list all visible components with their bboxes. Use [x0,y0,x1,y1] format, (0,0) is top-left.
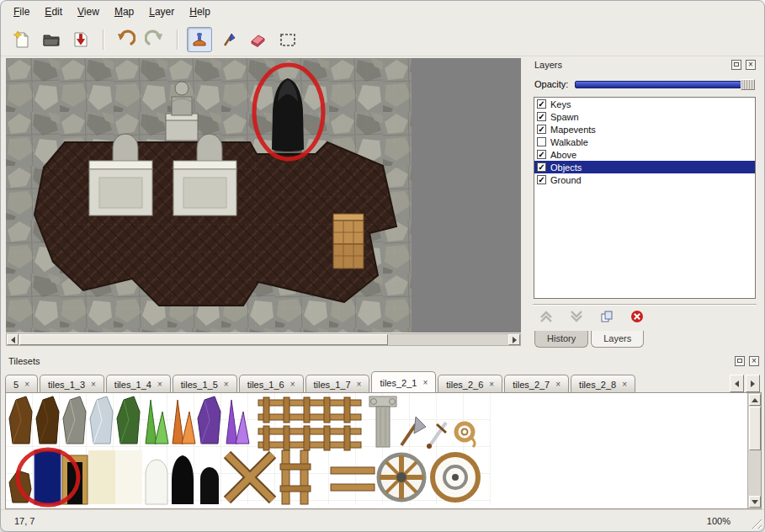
float-panel-icon[interactable] [735,356,745,366]
tileset-tabs: 5 tiles_1_3 tiles_1_4 tiles_1_5 tiles_1_… [5,370,726,393]
undo-button[interactable] [113,27,138,52]
scroll-left-button[interactable] [7,334,19,345]
tileset-tab[interactable]: tiles_1_6 [239,375,304,393]
tab-close-icon[interactable] [91,380,96,389]
save-icon [71,29,91,50]
opacity-slider[interactable] [575,79,755,90]
tileset-tab[interactable]: tiles_1_7 [305,375,370,393]
layer-row-spawn[interactable]: ✓ Spawn [534,110,755,123]
eraser-tool-button[interactable] [246,27,271,52]
layer-name: Keys [550,99,571,109]
opacity-label: Opacity: [534,79,568,89]
scrollbar-thumb[interactable] [749,407,761,450]
open-folder-icon [41,29,61,50]
tab-layers[interactable]: Layers [591,331,644,348]
crate-sprite [333,214,364,269]
layer-row-objects[interactable]: ✓ Objects [534,161,755,173]
tileset-tab[interactable]: tiles_1_3 [40,375,104,393]
scroll-up-button[interactable] [749,394,761,406]
scroll-down-button[interactable] [749,496,761,508]
selected-tile[interactable] [35,450,61,504]
map-canvas[interactable] [6,58,521,332]
menu-map[interactable]: Map [107,3,141,21]
close-panel-icon[interactable] [749,356,759,366]
tab-close-icon[interactable] [357,380,362,389]
tileset-tab[interactable]: tiles_2_6 [438,375,502,393]
layer-row-above[interactable]: ✓ Above [534,148,755,161]
scrollbar-thumb[interactable] [19,334,388,345]
save-button[interactable] [68,27,93,52]
tab-close-icon[interactable] [622,380,627,389]
layer-row-ground[interactable]: ✓ Ground [534,173,755,186]
tab-history[interactable]: History [534,331,588,348]
tabs-scroll-left-button[interactable] [730,375,744,392]
float-panel-icon[interactable] [731,60,741,70]
menu-help[interactable]: Help [182,3,218,21]
tileset-tab[interactable]: tiles_1_5 [173,375,237,393]
stamp-tool-icon [189,29,210,50]
menu-view[interactable]: View [70,3,107,21]
layer-row-walkable[interactable]: Walkable [534,136,755,148]
tab-close-icon[interactable] [422,378,428,387]
layer-checkbox[interactable]: ✓ [537,175,546,184]
layer-checkbox[interactable]: ✓ [537,112,546,121]
left-arrow-icon [735,380,739,387]
menu-file[interactable]: File [6,3,37,21]
tab-close-icon[interactable] [555,380,560,389]
tabs-scroll-right-button[interactable] [746,375,760,392]
select-tool-button[interactable] [275,27,300,52]
resize-grip[interactable] [749,516,762,529]
redo-button[interactable] [142,27,167,52]
layer-row-mapevents[interactable]: ✓ Mapevents [534,123,755,136]
toolbar [1,23,764,56]
duplicate-layer-button[interactable] [597,309,617,324]
tileset-tab-active[interactable]: tiles_2_1 [371,371,436,393]
layer-row-keys[interactable]: ✓ Keys [534,98,755,110]
layer-buttons [536,309,647,324]
tileset-tab[interactable]: tiles_2_7 [504,375,569,393]
layer-checkbox[interactable] [537,137,546,146]
new-file-button[interactable] [9,27,35,52]
map-horizontal-scrollbar[interactable] [6,333,521,346]
new-file-icon [12,29,32,50]
layer-checkbox[interactable]: ✓ [537,99,546,109]
down-arrow-icon [752,500,758,504]
layer-move-down-button[interactable] [566,309,587,324]
menu-layer[interactable]: Layer [141,3,182,21]
up-arrow-icon [752,398,758,402]
layer-move-up-button[interactable] [536,309,556,324]
tab-close-icon[interactable] [290,380,295,389]
left-arrow-icon [11,337,15,343]
layer-checkbox[interactable]: ✓ [537,150,546,159]
fill-tool-button[interactable] [216,27,242,52]
undo-icon [115,29,135,50]
scroll-right-button[interactable] [508,334,520,345]
layers-panel-title: Layers [529,60,731,70]
tileset-canvas[interactable] [6,393,737,508]
right-arrow-icon [751,380,755,387]
tab-close-icon[interactable] [489,380,494,389]
menu-edit[interactable]: Edit [37,3,70,21]
tab-close-icon[interactable] [24,380,29,389]
tileset-tab[interactable]: tiles_2_8 [571,375,635,393]
menu-bar: File Edit View Map Layer Help [1,1,764,23]
tab-close-icon[interactable] [157,380,162,389]
tileset-tab[interactable]: 5 [5,375,38,393]
close-panel-icon[interactable] [746,60,756,70]
layers-panel-tabs: History Layers [534,331,646,348]
layers-panel-titlebar: Layers [529,58,760,72]
open-button[interactable] [39,27,64,52]
tab-close-icon[interactable] [224,380,229,389]
opacity-slider-handle[interactable] [741,79,755,90]
status-bar: 17, 7 100% [1,509,764,531]
layer-name: Spawn [550,112,579,122]
stamp-tool-button[interactable] [187,27,212,52]
tileset-tab[interactable]: tiles_1_4 [106,375,171,393]
layer-checkbox[interactable]: ✓ [537,125,546,134]
opacity-row: Opacity: [534,78,755,90]
tileset-vertical-scrollbar[interactable] [747,393,761,508]
layer-checkbox[interactable]: ✓ [537,162,546,172]
paint-brush-icon [219,29,239,50]
map-canvas-area [6,58,521,346]
delete-layer-button[interactable] [627,309,647,324]
